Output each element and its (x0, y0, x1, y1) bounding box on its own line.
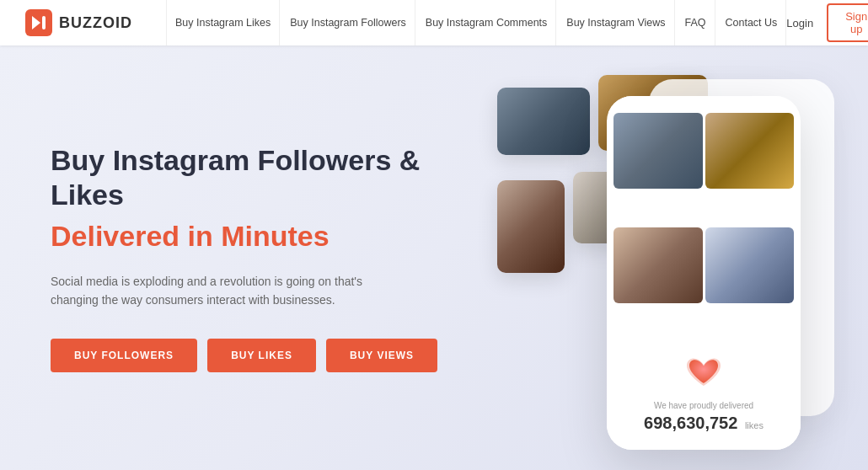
nav-contact-us[interactable]: Contact Us (717, 0, 787, 45)
buy-likes-button[interactable]: BUY LIKES (207, 339, 316, 372)
nav-buy-comments[interactable]: Buy Instagram Comments (417, 0, 557, 45)
navbar: BUZZOID Buy Instagram Likes Buy Instagra… (0, 0, 868, 45)
nav-buy-views[interactable]: Buy Instagram Views (558, 0, 674, 45)
login-link[interactable]: Login (786, 17, 813, 29)
nav-buy-likes[interactable]: Buy Instagram Likes (166, 0, 280, 45)
nav-actions: Login Sign up (786, 3, 868, 42)
photo-hat (613, 113, 703, 189)
phone-bottom: We have proudly delivered 698,630,752 li… (607, 339, 801, 450)
hero-section: Buy Instagram Followers & Likes Delivere… (0, 45, 868, 470)
photo-eye (705, 227, 795, 303)
floating-card-hat (497, 88, 590, 155)
phone-photos-grid (607, 113, 801, 339)
buy-followers-button[interactable]: BUY FOLLOWERS (51, 339, 197, 372)
hero-content: Buy Instagram Followers & Likes Delivere… (51, 143, 455, 371)
hero-buttons: BUY FOLLOWERS BUY LIKES BUY VIEWS (51, 339, 455, 372)
nav-links: Buy Instagram Likes Buy Instagram Follow… (166, 0, 786, 45)
svg-rect-2 (42, 16, 46, 29)
hero-visual: We have proudly delivered 698,630,752 li… (480, 62, 868, 470)
floating-card-woman (497, 180, 565, 273)
delivered-count: 698,630,752 likes (620, 414, 787, 433)
photo-woman (613, 227, 703, 303)
logo[interactable]: BUZZOID (25, 9, 132, 36)
buy-views-button[interactable]: BUY VIEWS (326, 339, 437, 372)
delivered-label: We have proudly delivered (620, 401, 787, 410)
heart-icon (683, 352, 725, 394)
buzzoid-logo-icon (25, 9, 52, 36)
nav-buy-followers[interactable]: Buy Instagram Followers (281, 0, 415, 45)
delivered-unit: likes (745, 420, 764, 430)
signup-button[interactable]: Sign up (827, 3, 868, 42)
photo-castle (705, 113, 795, 189)
brand-name: BUZZOID (59, 14, 132, 32)
hero-title: Buy Instagram Followers & Likes (51, 143, 455, 212)
hero-description: Social media is exploding and a revoluti… (51, 272, 371, 310)
nav-faq[interactable]: FAQ (677, 0, 715, 45)
hero-subtitle: Delivered in Minutes (51, 219, 455, 254)
phone-main: We have proudly delivered 698,630,752 li… (607, 96, 801, 450)
